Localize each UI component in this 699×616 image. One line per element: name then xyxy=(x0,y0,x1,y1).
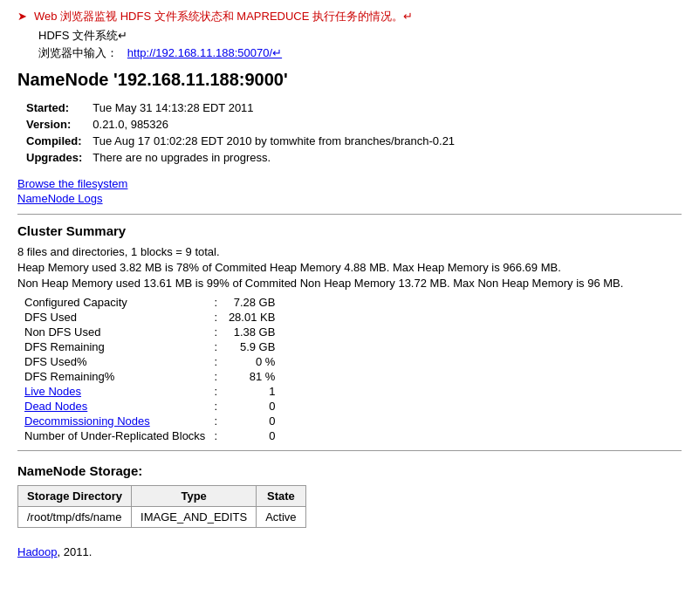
top-section: ➤ Web 浏览器监视 HDFS 文件系统状态和 MAPREDUCE 执行任务的… xyxy=(17,9,682,61)
stat-value: 0 xyxy=(223,428,275,443)
heap-text: Heap Memory used 3.82 MB is 78% of Commi… xyxy=(17,261,682,274)
bullet-text: Web 浏览器监视 HDFS 文件系统状态和 MAPREDUCE 执行任务的情况… xyxy=(34,9,413,24)
compiled-row: Compiled: Tue Aug 17 01:02:28 EDT 2010 b… xyxy=(26,133,455,148)
compiled-value: Tue Aug 17 01:02:28 EDT 2010 by tomwhite… xyxy=(93,133,455,148)
divider-1 xyxy=(17,214,682,215)
storage-header-row: Storage Directory Type State xyxy=(18,486,306,507)
stat-row: Decommissioning Nodes:0 xyxy=(24,414,275,428)
stat-label: Number of Under-Replicated Blocks xyxy=(24,428,209,443)
stats-table: Configured Capacity:7.28 GBDFS Used:28.0… xyxy=(24,295,275,443)
stat-colon: : xyxy=(209,399,223,414)
started-label: Started: xyxy=(26,100,91,115)
stat-row: DFS Used:28.01 KB xyxy=(24,310,275,325)
cluster-stats: Configured Capacity:7.28 GBDFS Used:28.0… xyxy=(24,295,682,443)
storage-section: NameNode Storage: Storage Directory Type… xyxy=(17,463,682,528)
namenode-logs-link[interactable]: NameNode Logs xyxy=(17,192,682,205)
stat-value: 0 xyxy=(223,414,275,428)
links-section: Browse the filesystem NameNode Logs xyxy=(17,177,682,205)
stat-value: 28.01 KB xyxy=(223,310,275,325)
stat-label: DFS Remaining xyxy=(24,339,209,354)
stat-colon: : xyxy=(209,414,223,428)
stat-colon: : xyxy=(209,369,223,384)
stat-label-link[interactable]: Live Nodes xyxy=(24,385,81,398)
stat-colon: : xyxy=(209,325,223,339)
stat-colon: : xyxy=(209,354,223,369)
stat-label-link[interactable]: Dead Nodes xyxy=(24,400,87,413)
col-state: State xyxy=(257,486,305,507)
footer: Hadoop, 2011. xyxy=(17,545,682,558)
upgrades-label: Upgrades: xyxy=(26,150,91,165)
compiled-label: Compiled: xyxy=(26,133,91,148)
col-type: Type xyxy=(132,486,257,507)
stat-value: 0 % xyxy=(223,354,275,369)
upgrades-row: Upgrades: There are no upgrades in progr… xyxy=(26,150,455,165)
arrow-icon: ➤ xyxy=(17,10,27,23)
stat-value: 7.28 GB xyxy=(223,295,275,310)
bullet-line: ➤ Web 浏览器监视 HDFS 文件系统状态和 MAPREDUCE 执行任务的… xyxy=(17,9,682,24)
storage-title: NameNode Storage: xyxy=(17,463,682,478)
stat-row: Number of Under-Replicated Blocks:0 xyxy=(24,428,275,443)
footer-year: , 2011. xyxy=(58,545,93,558)
storage-table: Storage Directory Type State /root/tmp/d… xyxy=(17,485,306,528)
col-storage-dir: Storage Directory xyxy=(18,486,132,507)
browser-label: 浏览器中输入： xyxy=(38,46,118,59)
namenode-title: NameNode '192.168.11.188:9000' xyxy=(17,70,682,90)
stat-label-link[interactable]: Decommissioning Nodes xyxy=(24,414,150,428)
stat-colon: : xyxy=(209,339,223,354)
browser-label-line: 浏览器中输入： http://192.168.11.188:50070/↵ xyxy=(38,45,682,61)
stat-value: 1.38 GB xyxy=(223,325,275,339)
hdfs-label: HDFS 文件系统↵ xyxy=(38,28,682,44)
browse-filesystem-link[interactable]: Browse the filesystem xyxy=(17,177,682,190)
files-text: 8 files and directories, 1 blocks = 9 to… xyxy=(17,245,682,258)
stat-colon: : xyxy=(209,384,223,399)
storage-type-value: IMAGE_AND_EDITS xyxy=(132,507,257,528)
nonheap-text: Non Heap Memory used 13.61 MB is 99% of … xyxy=(17,277,682,290)
storage-state-value: Active xyxy=(257,507,305,528)
stat-value: 5.9 GB xyxy=(223,339,275,354)
stat-label: DFS Remaining% xyxy=(24,369,209,384)
started-row: Started: Tue May 31 14:13:28 EDT 2011 xyxy=(26,100,455,115)
stat-label: DFS Used xyxy=(24,310,209,325)
stat-value: 81 % xyxy=(223,369,275,384)
stat-colon: : xyxy=(209,428,223,443)
stat-value: 0 xyxy=(223,399,275,414)
version-label: Version: xyxy=(26,117,91,132)
stat-colon: : xyxy=(209,295,223,310)
stat-label: Non DFS Used xyxy=(24,325,209,339)
browser-link[interactable]: http://192.168.11.188:50070/↵ xyxy=(127,46,282,59)
stat-row: DFS Remaining:5.9 GB xyxy=(24,339,275,354)
stat-label: Configured Capacity xyxy=(24,295,209,310)
storage-dir-value: /root/tmp/dfs/name xyxy=(18,507,132,528)
started-value: Tue May 31 14:13:28 EDT 2011 xyxy=(93,100,455,115)
stat-row: Dead Nodes:0 xyxy=(24,399,275,414)
cluster-summary-title: Cluster Summary xyxy=(17,223,682,238)
version-row: Version: 0.21.0, 985326 xyxy=(26,117,455,132)
version-value: 0.21.0, 985326 xyxy=(93,117,455,132)
upgrades-value: There are no upgrades in progress. xyxy=(93,150,455,165)
stat-row: Live Nodes:1 xyxy=(24,384,275,399)
stat-label: DFS Used% xyxy=(24,354,209,369)
stat-value: 1 xyxy=(223,384,275,399)
stat-row: Configured Capacity:7.28 GB xyxy=(24,295,275,310)
info-table: Started: Tue May 31 14:13:28 EDT 2011 Ve… xyxy=(24,99,456,167)
storage-row: /root/tmp/dfs/name IMAGE_AND_EDITS Activ… xyxy=(18,507,306,528)
stat-colon: : xyxy=(209,310,223,325)
stat-row: DFS Used%:0 % xyxy=(24,354,275,369)
cluster-summary-section: Cluster Summary 8 files and directories,… xyxy=(17,223,682,443)
stat-row: DFS Remaining%:81 % xyxy=(24,369,275,384)
stat-row: Non DFS Used:1.38 GB xyxy=(24,325,275,339)
divider-2 xyxy=(17,450,682,451)
hadoop-link[interactable]: Hadoop xyxy=(17,545,58,558)
